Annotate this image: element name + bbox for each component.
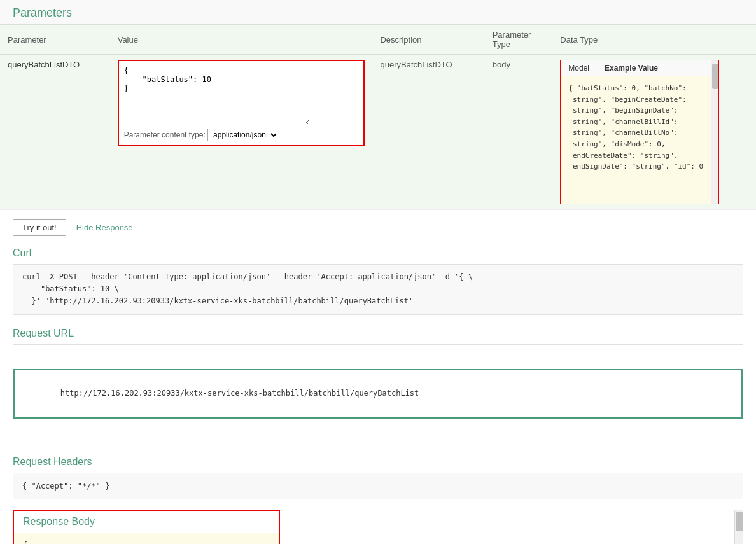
model-scrollbar[interactable] xyxy=(711,60,718,204)
params-table: Parameter Value Description Parameter Ty… xyxy=(0,25,756,210)
try-it-out-button[interactable]: Try it out! xyxy=(13,219,66,236)
request-url-title: Request URL xyxy=(13,325,743,339)
hide-response-link[interactable]: Hide Response xyxy=(76,223,133,232)
col-header-param-type: Parameter Type xyxy=(485,25,553,55)
response-body-outer: Response Body { "pageNum": 1, "pageSize"… xyxy=(0,510,756,544)
request-url-value: http://172.16.202.93:20933/kxtx-service-… xyxy=(60,389,419,398)
content-type-label: Parameter content type: xyxy=(124,130,206,139)
param-name: queryBatchListDTO xyxy=(0,55,110,210)
col-header-data-type: Data Type xyxy=(552,25,756,55)
col-header-value: Value xyxy=(110,25,373,55)
param-description: queryBatchListDTO xyxy=(372,55,484,210)
model-scrollbar-thumb xyxy=(712,64,718,89)
response-body-content: { "pageNum": 1, "pageSize": 10, "size": … xyxy=(14,533,279,544)
curl-title: Curl xyxy=(13,245,743,259)
col-header-parameter: Parameter xyxy=(0,25,110,55)
response-body-section: Response Body { "pageNum": 1, "pageSize"… xyxy=(13,510,743,544)
param-value-box: { "batStatus": 10 } Parameter content ty… xyxy=(118,60,365,146)
request-headers-section: Request Headers { "Accept": "*/*" } xyxy=(13,454,743,499)
param-data-type-cell: Model Example Value { "batStatus": 0, "b… xyxy=(552,55,756,210)
parameters-table: Parameter Value Description Parameter Ty… xyxy=(0,24,756,210)
request-url-wrapper: http://172.16.202.93:20933/kxtx-service-… xyxy=(13,344,743,443)
response-body-box: Response Body { "pageNum": 1, "pageSize"… xyxy=(13,510,280,544)
request-headers-content: { "Accept": "*/*" } xyxy=(13,473,743,499)
action-row: Try it out! Hide Response xyxy=(0,210,756,245)
curl-content: curl -X POST --header 'Content-Type: app… xyxy=(13,264,743,315)
parameters-title: Parameters xyxy=(0,0,756,24)
model-tabs: Model Example Value xyxy=(561,60,718,76)
request-url-box: http://172.16.202.93:20933/kxtx-service-… xyxy=(13,369,743,419)
page-container: Parameters Parameter Value Description P… xyxy=(0,0,756,544)
response-body-title: Response Body xyxy=(14,511,279,533)
example-value-content: { "batStatus": 0, "batchNo": "string", "… xyxy=(561,76,718,204)
param-value-textarea[interactable]: { "batStatus": 10 } xyxy=(119,61,310,125)
response-body-wrapper: Response Body { "pageNum": 1, "pageSize"… xyxy=(13,510,743,544)
col-header-description: Description xyxy=(372,25,484,55)
response-scrollbar[interactable] xyxy=(734,510,743,544)
request-url-section: Request URL http://172.16.202.93:20933/k… xyxy=(13,325,743,443)
model-tab-example[interactable]: Example Value xyxy=(597,60,666,76)
request-headers-title: Request Headers xyxy=(13,454,743,468)
table-row: queryBatchListDTO { "batStatus": 10 } Pa… xyxy=(0,55,756,210)
curl-section: Curl curl -X POST --header 'Content-Type… xyxy=(13,245,743,315)
response-scrollbar-thumb xyxy=(736,512,743,531)
param-value-cell: { "batStatus": 10 } Parameter content ty… xyxy=(110,55,373,210)
parameters-section: Parameters Parameter Value Description P… xyxy=(0,0,756,210)
model-panel: Model Example Value { "batStatus": 0, "b… xyxy=(560,60,719,204)
content-type-select[interactable]: application/json xyxy=(207,129,279,141)
model-tab-model[interactable]: Model xyxy=(561,60,597,76)
param-type: body xyxy=(485,55,553,210)
content-type-row: Parameter content type: application/json xyxy=(119,125,364,145)
